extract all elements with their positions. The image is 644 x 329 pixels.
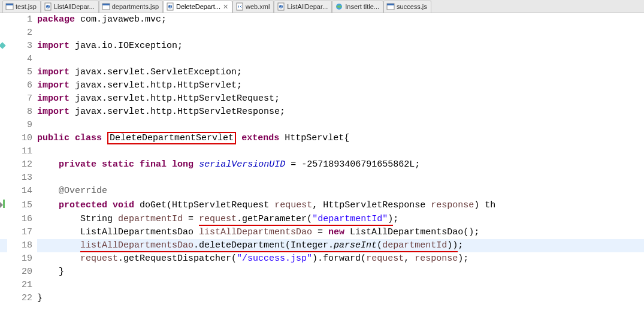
line-number: 9	[7, 119, 37, 132]
tab-insert-title[interactable]: Insert title...	[332, 1, 383, 13]
tab-label: ListAllDepar...	[287, 3, 328, 10]
underlined-expression: listAllDepartmentsDao.deleteDepartment(I…	[80, 240, 458, 252]
line-number: 21	[7, 279, 37, 292]
code-line: @Override	[37, 185, 644, 198]
svg-rect-6	[102, 4, 110, 5]
line-number: 18	[7, 239, 37, 252]
code-line: import javax.servlet.ServletException;	[37, 66, 644, 79]
line-number: 11	[7, 145, 37, 158]
tab-label: DeleteDepart...	[176, 3, 220, 10]
fold-marker-icon[interactable]	[0, 42, 6, 49]
line-number: 19	[7, 252, 37, 265]
line-number: 16	[7, 213, 37, 226]
line-number: 10	[7, 132, 37, 145]
line-number: 13	[7, 171, 37, 185]
code-line: }	[37, 265, 644, 279]
line-number: 3	[7, 40, 37, 53]
tab-label: web.xml	[246, 3, 270, 10]
code-editor[interactable]: 1 package com.javaweb.mvc; 2 3 import ja…	[0, 13, 644, 305]
line-number: 2	[7, 26, 37, 40]
code-line-current: listAllDepartmentsDao.deleteDepartment(I…	[37, 239, 644, 252]
line-number: 14	[7, 185, 37, 198]
line-number: 1	[7, 13, 37, 26]
java-icon: J	[277, 2, 285, 11]
line-number: 7	[7, 92, 37, 105]
jsp-icon	[5, 2, 14, 11]
jsp-icon	[102, 2, 110, 11]
tab-label: departments.jsp	[112, 3, 159, 10]
line-number: 8	[7, 105, 37, 119]
code-line: import javax.servlet.http.HttpServletReq…	[37, 92, 644, 105]
line-number: 4	[7, 53, 37, 66]
code-line: import javax.servlet.http.HttpServletRes…	[37, 105, 644, 119]
globe-icon	[335, 2, 343, 11]
tab-label: test.jsp	[16, 3, 37, 10]
code-line: import java.io.IOException;	[37, 40, 644, 53]
tab-label: ListAllDepar...	[54, 3, 95, 10]
line-number: 17	[7, 226, 37, 239]
tab-listalldepar-1[interactable]: J ListAllDepar...	[41, 1, 99, 13]
tab-listalldepar-2[interactable]: J ListAllDepar...	[274, 1, 332, 13]
tab-web-xml[interactable]: web.xml	[232, 1, 274, 13]
close-icon[interactable]: ✕	[223, 3, 228, 11]
change-marker-icon	[3, 200, 5, 208]
line-number: 15	[7, 199, 37, 212]
line-number: 20	[7, 265, 37, 279]
code-line: public class DeleteDepartmentServlet ext…	[37, 132, 644, 145]
tab-departments-jsp[interactable]: departments.jsp	[99, 1, 163, 13]
underlined-expression: request.getParameter("departmentId")	[199, 214, 393, 226]
java-icon: J	[166, 2, 174, 11]
line-number: 12	[7, 158, 37, 171]
jsp-icon	[386, 2, 395, 11]
editor-tabs: test.jsp J ListAllDepar... departments.j…	[0, 0, 644, 13]
code-line: ListAllDepartmentsDao listAllDepartments…	[37, 226, 644, 239]
code-line: request.getRequestDispatcher("/success.j…	[37, 252, 644, 265]
code-line: import javax.servlet.http.HttpServlet;	[37, 79, 644, 92]
code-line: protected void doGet(HttpServletRequest …	[37, 199, 644, 212]
highlighted-class-name: DeleteDepartmentServlet	[107, 132, 236, 144]
code-line: private static final long serialVersionU…	[37, 158, 644, 171]
svg-rect-1	[6, 4, 13, 5]
java-icon: J	[44, 2, 52, 11]
tab-label: Insert title...	[345, 3, 379, 10]
line-number: 5	[7, 66, 37, 79]
tab-success-js[interactable]: success.js	[383, 1, 431, 13]
svg-rect-10	[237, 3, 243, 10]
xml-icon	[235, 2, 244, 11]
code-line: String departmentId = request.getParamet…	[37, 213, 644, 226]
tab-deletedepart[interactable]: J DeleteDepart... ✕	[163, 1, 232, 13]
line-number: 22	[7, 292, 37, 305]
tab-label: success.js	[397, 3, 427, 10]
code-line: package com.javaweb.mvc;	[37, 13, 644, 26]
svg-rect-16	[387, 4, 394, 5]
line-number: 6	[7, 79, 37, 92]
code-line: }	[37, 292, 644, 305]
tab-test-jsp[interactable]: test.jsp	[2, 1, 41, 13]
